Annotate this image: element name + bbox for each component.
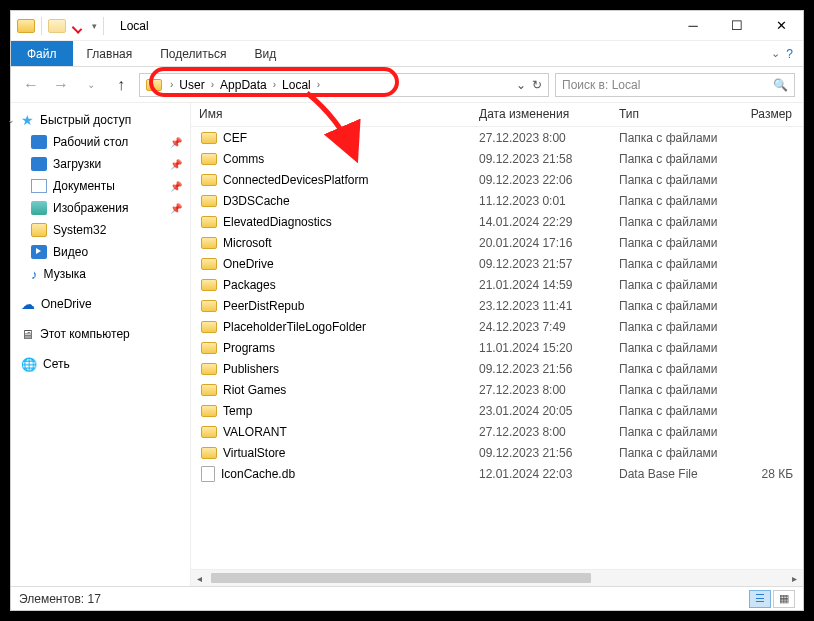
file-row[interactable]: ElevatedDiagnostics14.01.2024 22:29Папка… (191, 211, 803, 232)
sidebar-item-label: OneDrive (41, 297, 92, 311)
file-row[interactable]: Packages21.01.2024 14:59Папка с файлами (191, 274, 803, 295)
qat-properties-icon[interactable] (48, 19, 66, 33)
file-name: Publishers (223, 362, 279, 376)
breadcrumb-appdata[interactable]: AppData (216, 78, 271, 92)
address-bar[interactable]: › User › AppData › Local › ⌄ ↻ (139, 73, 549, 97)
close-button[interactable]: ✕ (759, 11, 803, 41)
breadcrumb-user[interactable]: User (175, 78, 208, 92)
ribbon-tab-share[interactable]: Поделиться (146, 41, 240, 66)
column-headers: Имя Дата изменения Тип Размер (191, 103, 803, 127)
file-row[interactable]: Comms09.12.2023 21:58Папка с файлами (191, 148, 803, 169)
file-row[interactable]: Riot Games27.12.2023 8:00Папка с файлами (191, 379, 803, 400)
folder-icon (201, 405, 217, 417)
folder-icon (201, 258, 217, 270)
file-rows: CEF27.12.2023 8:00Папка с файламиComms09… (191, 127, 803, 569)
chevron-down-icon[interactable]: ⌄ (11, 115, 15, 125)
network-icon: 🌐 (21, 357, 37, 372)
ribbon-expand-icon[interactable]: ⌄ (771, 47, 780, 60)
ribbon-tab-view[interactable]: Вид (240, 41, 290, 66)
sidebar-item[interactable]: System32 (11, 219, 190, 241)
file-type: Папка с файлами (611, 257, 731, 271)
breadcrumb-separator-icon[interactable]: › (168, 79, 175, 90)
sidebar-item[interactable]: ♪Музыка (11, 263, 190, 285)
folder-icon (201, 216, 217, 228)
file-type: Папка с файлами (611, 425, 731, 439)
file-row[interactable]: Publishers09.12.2023 21:56Папка с файлам… (191, 358, 803, 379)
sidebar-item[interactable]: Документы📌 (11, 175, 190, 197)
ribbon-tab-home[interactable]: Главная (73, 41, 147, 66)
file-row[interactable]: Microsoft20.01.2024 17:16Папка с файлами (191, 232, 803, 253)
file-row[interactable]: PlaceholderTileLogoFolder24.12.2023 7:49… (191, 316, 803, 337)
recent-dropdown[interactable]: ⌄ (79, 73, 103, 97)
sidebar-item[interactable]: Рабочий стол📌 (11, 131, 190, 153)
horizontal-scrollbar[interactable]: ◂▸ (191, 569, 803, 586)
file-row[interactable]: Programs11.01.2024 15:20Папка с файлами (191, 337, 803, 358)
file-name: PlaceholderTileLogoFolder (223, 320, 366, 334)
sidebar-item[interactable]: Видео (11, 241, 190, 263)
cloud-icon: ☁ (21, 296, 35, 312)
address-dropdown-icon[interactable]: ⌄ (516, 78, 526, 92)
file-row[interactable]: Temp23.01.2024 20:05Папка с файлами (191, 400, 803, 421)
sidebar-quick-access[interactable]: ⌄ ★ Быстрый доступ (11, 109, 190, 131)
sidebar-icon (31, 223, 47, 237)
quick-access-toolbar: ▾ (17, 17, 110, 35)
file-row[interactable]: CEF27.12.2023 8:00Папка с файлами (191, 127, 803, 148)
file-type: Папка с файлами (611, 320, 731, 334)
column-header-date[interactable]: Дата изменения (471, 103, 611, 126)
sidebar-item-label: Видео (53, 245, 88, 259)
file-type: Папка с файлами (611, 362, 731, 376)
column-header-size[interactable]: Размер (731, 103, 801, 126)
ribbon-help-icon[interactable]: ? (786, 47, 793, 61)
sidebar-item[interactable]: Изображения📌 (11, 197, 190, 219)
sidebar-network[interactable]: 🌐 Сеть (11, 353, 190, 375)
column-header-type[interactable]: Тип (611, 103, 731, 126)
qat-dropdown-icon[interactable]: ▾ (92, 21, 97, 31)
breadcrumb-separator-icon[interactable]: › (315, 79, 322, 90)
file-date: 14.01.2024 22:29 (471, 215, 611, 229)
sidebar-item-label: System32 (53, 223, 106, 237)
pc-icon: 🖥 (21, 327, 34, 342)
file-type: Папка с файлами (611, 299, 731, 313)
file-date: 09.12.2023 21:56 (471, 446, 611, 460)
sidebar-item[interactable]: Загрузки📌 (11, 153, 190, 175)
item-count: Элементов: 17 (19, 592, 101, 606)
sidebar-onedrive[interactable]: ☁ OneDrive (11, 293, 190, 315)
file-row[interactable]: VirtualStore09.12.2023 21:56Папка с файл… (191, 442, 803, 463)
breadcrumb-local[interactable]: Local (278, 78, 315, 92)
file-row[interactable]: PeerDistRepub23.12.2023 11:41Папка с фай… (191, 295, 803, 316)
view-icons-button[interactable]: ▦ (773, 590, 795, 608)
up-button[interactable]: ↑ (109, 73, 133, 97)
file-row[interactable]: D3DSCache11.12.2023 0:01Папка с файлами (191, 190, 803, 211)
forward-button[interactable]: → (49, 73, 73, 97)
column-header-name[interactable]: Имя (191, 103, 471, 126)
sidebar-item-label: Документы (53, 179, 115, 193)
folder-icon (201, 321, 217, 333)
file-name: VirtualStore (223, 446, 285, 460)
file-type: Папка с файлами (611, 383, 731, 397)
file-row[interactable]: VALORANT27.12.2023 8:00Папка с файлами (191, 421, 803, 442)
file-name: Temp (223, 404, 252, 418)
minimize-button[interactable]: ─ (671, 11, 715, 41)
file-name: PeerDistRepub (223, 299, 304, 313)
pin-icon: 📌 (170, 203, 182, 214)
ribbon-file-tab[interactable]: Файл (11, 41, 73, 66)
file-date: 27.12.2023 8:00 (471, 425, 611, 439)
sidebar-this-pc[interactable]: 🖥 Этот компьютер (11, 323, 190, 345)
file-row[interactable]: OneDrive09.12.2023 21:57Папка с файлами (191, 253, 803, 274)
maximize-button[interactable]: ☐ (715, 11, 759, 41)
file-type: Папка с файлами (611, 173, 731, 187)
file-type: Папка с файлами (611, 278, 731, 292)
search-icon[interactable]: 🔍 (773, 78, 788, 92)
back-button[interactable]: ← (19, 73, 43, 97)
ribbon-tabs: Файл Главная Поделиться Вид ⌄ ? (11, 41, 803, 67)
search-box[interactable]: Поиск в: Local 🔍 (555, 73, 795, 97)
refresh-button[interactable]: ↻ (532, 78, 542, 92)
file-row[interactable]: ConnectedDevicesPlatform09.12.2023 22:06… (191, 169, 803, 190)
file-name: Comms (223, 152, 264, 166)
file-row[interactable]: IconCache.db12.01.2024 22:03Data Base Fi… (191, 463, 803, 484)
view-details-button[interactable]: ☰ (749, 590, 771, 608)
breadcrumb-separator-icon[interactable]: › (209, 79, 216, 90)
qat-checkmark-icon[interactable] (72, 19, 86, 33)
breadcrumb-separator-icon[interactable]: › (271, 79, 278, 90)
file-date: 09.12.2023 22:06 (471, 173, 611, 187)
